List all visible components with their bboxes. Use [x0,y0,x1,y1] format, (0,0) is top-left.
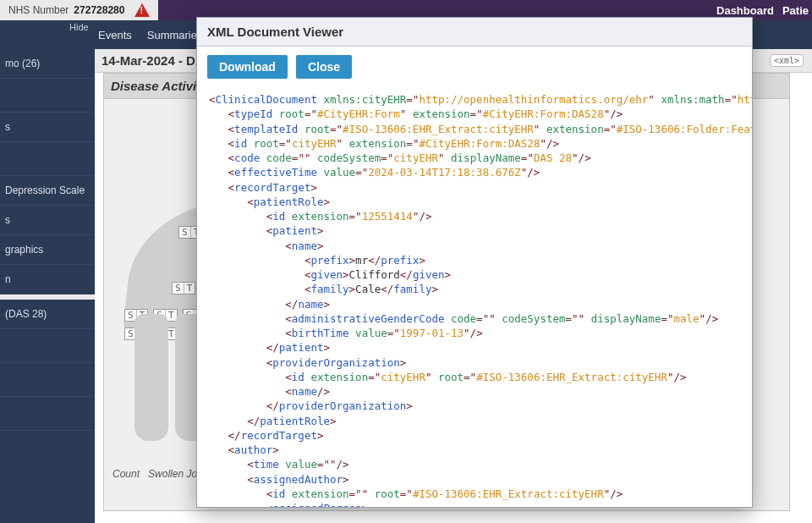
dialog-title: XML Document Viewer [197,18,752,47]
sidebar: mo (26) s Depression Scale s graphics n … [0,49,95,523]
nhs-label: NHS Number [8,4,69,16]
sidebar-item[interactable] [0,142,95,176]
sidebar-item[interactable]: n [0,265,95,295]
sidebar-das28[interactable]: (DAS 28) [0,300,95,329]
footer-swollen: Swollen Jo [148,468,197,480]
tab-events[interactable]: Events [98,29,132,41]
tab-summaries[interactable]: Summaries [147,29,203,41]
sidebar-item[interactable]: Depression Scale [0,176,95,206]
st-marker[interactable]: ST [172,282,195,295]
nhs-number: 272728280 [74,4,124,16]
nav-patients[interactable]: Patie [782,4,809,17]
sidebar-item[interactable] [0,397,95,431]
xml-viewer-dialog: XML Document Viewer Download Close <Clin… [196,17,753,508]
alert-icon [134,3,150,17]
sidebar-item[interactable] [0,363,95,397]
sidebar-item[interactable]: graphics [0,235,95,265]
nav-dashboard[interactable]: Dashboard [716,4,774,17]
hide-toggle[interactable]: Hide [69,22,89,32]
download-button[interactable]: Download [207,55,288,79]
sidebar-item[interactable]: s [0,113,95,142]
xml-badge-icon[interactable]: <xml> [770,54,804,67]
sidebar-item[interactable] [0,79,95,113]
xml-content[interactable]: <ClinicalDocument xmlns:cityEHR="http://… [197,87,752,507]
close-button[interactable]: Close [296,55,352,79]
footer-count: Count [112,468,140,480]
document-title: 14-Mar-2024 - DA [102,53,205,68]
sidebar-item[interactable]: s [0,206,95,235]
sidebar-item[interactable] [0,329,95,363]
sidebar-folder[interactable]: mo (26) [0,49,95,79]
